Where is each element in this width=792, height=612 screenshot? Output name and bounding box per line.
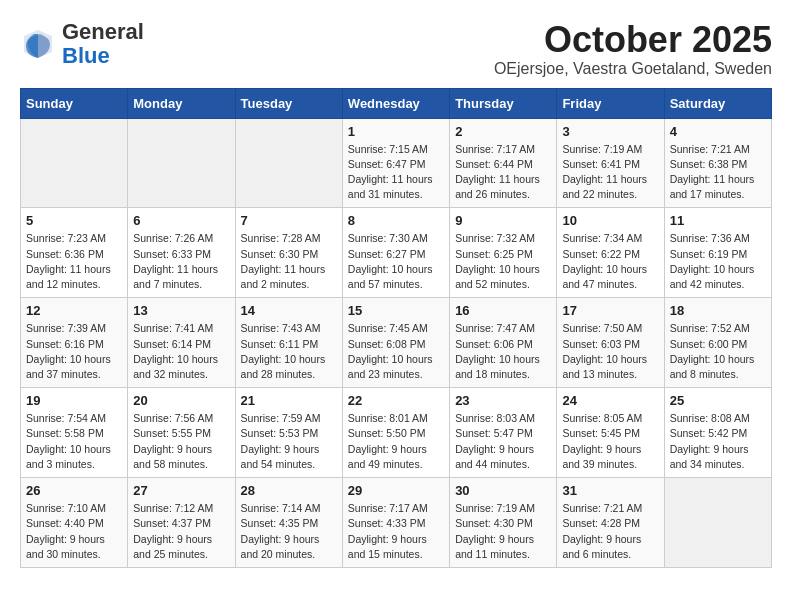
day-cell: 12Sunrise: 7:39 AM Sunset: 6:16 PM Dayli… [21, 298, 128, 388]
day-cell: 5Sunrise: 7:23 AM Sunset: 6:36 PM Daylig… [21, 208, 128, 298]
day-number: 29 [348, 483, 444, 498]
day-number: 21 [241, 393, 337, 408]
day-cell: 3Sunrise: 7:19 AM Sunset: 6:41 PM Daylig… [557, 118, 664, 208]
day-number: 5 [26, 213, 122, 228]
logo-general-text: General [62, 19, 144, 44]
day-info: Sunrise: 7:36 AM Sunset: 6:19 PM Dayligh… [670, 231, 766, 292]
week-row-3: 12Sunrise: 7:39 AM Sunset: 6:16 PM Dayli… [21, 298, 772, 388]
day-number: 2 [455, 124, 551, 139]
week-row-4: 19Sunrise: 7:54 AM Sunset: 5:58 PM Dayli… [21, 388, 772, 478]
day-info: Sunrise: 7:26 AM Sunset: 6:33 PM Dayligh… [133, 231, 229, 292]
day-cell: 28Sunrise: 7:14 AM Sunset: 4:35 PM Dayli… [235, 478, 342, 568]
logo-icon [20, 26, 56, 62]
title-block: October 2025 OEjersjoe, Vaestra Goetalan… [494, 20, 772, 78]
day-info: Sunrise: 7:43 AM Sunset: 6:11 PM Dayligh… [241, 321, 337, 382]
day-info: Sunrise: 7:59 AM Sunset: 5:53 PM Dayligh… [241, 411, 337, 472]
day-info: Sunrise: 7:34 AM Sunset: 6:22 PM Dayligh… [562, 231, 658, 292]
day-cell: 25Sunrise: 8:08 AM Sunset: 5:42 PM Dayli… [664, 388, 771, 478]
day-info: Sunrise: 7:17 AM Sunset: 6:44 PM Dayligh… [455, 142, 551, 203]
day-info: Sunrise: 7:23 AM Sunset: 6:36 PM Dayligh… [26, 231, 122, 292]
day-number: 17 [562, 303, 658, 318]
day-info: Sunrise: 7:19 AM Sunset: 6:41 PM Dayligh… [562, 142, 658, 203]
day-info: Sunrise: 7:47 AM Sunset: 6:06 PM Dayligh… [455, 321, 551, 382]
day-cell: 21Sunrise: 7:59 AM Sunset: 5:53 PM Dayli… [235, 388, 342, 478]
location: OEjersjoe, Vaestra Goetaland, Sweden [494, 60, 772, 78]
day-info: Sunrise: 7:45 AM Sunset: 6:08 PM Dayligh… [348, 321, 444, 382]
day-info: Sunrise: 7:17 AM Sunset: 4:33 PM Dayligh… [348, 501, 444, 562]
day-info: Sunrise: 7:30 AM Sunset: 6:27 PM Dayligh… [348, 231, 444, 292]
logo-blue-text: Blue [62, 43, 110, 68]
day-cell: 13Sunrise: 7:41 AM Sunset: 6:14 PM Dayli… [128, 298, 235, 388]
day-cell: 15Sunrise: 7:45 AM Sunset: 6:08 PM Dayli… [342, 298, 449, 388]
header-cell-monday: Monday [128, 88, 235, 118]
month-title: October 2025 [494, 20, 772, 60]
week-row-1: 1Sunrise: 7:15 AM Sunset: 6:47 PM Daylig… [21, 118, 772, 208]
day-cell: 6Sunrise: 7:26 AM Sunset: 6:33 PM Daylig… [128, 208, 235, 298]
day-cell: 20Sunrise: 7:56 AM Sunset: 5:55 PM Dayli… [128, 388, 235, 478]
day-info: Sunrise: 8:08 AM Sunset: 5:42 PM Dayligh… [670, 411, 766, 472]
day-cell: 24Sunrise: 8:05 AM Sunset: 5:45 PM Dayli… [557, 388, 664, 478]
day-cell: 4Sunrise: 7:21 AM Sunset: 6:38 PM Daylig… [664, 118, 771, 208]
day-number: 13 [133, 303, 229, 318]
day-number: 6 [133, 213, 229, 228]
day-info: Sunrise: 7:15 AM Sunset: 6:47 PM Dayligh… [348, 142, 444, 203]
header-cell-saturday: Saturday [664, 88, 771, 118]
day-number: 7 [241, 213, 337, 228]
day-number: 11 [670, 213, 766, 228]
day-number: 15 [348, 303, 444, 318]
calendar-body: 1Sunrise: 7:15 AM Sunset: 6:47 PM Daylig… [21, 118, 772, 567]
header-cell-thursday: Thursday [450, 88, 557, 118]
day-cell: 22Sunrise: 8:01 AM Sunset: 5:50 PM Dayli… [342, 388, 449, 478]
day-cell: 27Sunrise: 7:12 AM Sunset: 4:37 PM Dayli… [128, 478, 235, 568]
day-number: 26 [26, 483, 122, 498]
day-cell: 2Sunrise: 7:17 AM Sunset: 6:44 PM Daylig… [450, 118, 557, 208]
day-cell: 9Sunrise: 7:32 AM Sunset: 6:25 PM Daylig… [450, 208, 557, 298]
day-info: Sunrise: 7:41 AM Sunset: 6:14 PM Dayligh… [133, 321, 229, 382]
day-cell: 17Sunrise: 7:50 AM Sunset: 6:03 PM Dayli… [557, 298, 664, 388]
header-cell-sunday: Sunday [21, 88, 128, 118]
day-number: 1 [348, 124, 444, 139]
day-number: 18 [670, 303, 766, 318]
day-cell [21, 118, 128, 208]
day-info: Sunrise: 7:52 AM Sunset: 6:00 PM Dayligh… [670, 321, 766, 382]
calendar-header-row: SundayMondayTuesdayWednesdayThursdayFrid… [21, 88, 772, 118]
day-number: 12 [26, 303, 122, 318]
header-cell-tuesday: Tuesday [235, 88, 342, 118]
header-cell-friday: Friday [557, 88, 664, 118]
day-number: 27 [133, 483, 229, 498]
day-cell: 19Sunrise: 7:54 AM Sunset: 5:58 PM Dayli… [21, 388, 128, 478]
day-number: 24 [562, 393, 658, 408]
day-info: Sunrise: 7:12 AM Sunset: 4:37 PM Dayligh… [133, 501, 229, 562]
day-number: 30 [455, 483, 551, 498]
day-cell: 16Sunrise: 7:47 AM Sunset: 6:06 PM Dayli… [450, 298, 557, 388]
day-number: 25 [670, 393, 766, 408]
day-info: Sunrise: 7:14 AM Sunset: 4:35 PM Dayligh… [241, 501, 337, 562]
day-cell: 11Sunrise: 7:36 AM Sunset: 6:19 PM Dayli… [664, 208, 771, 298]
day-info: Sunrise: 8:03 AM Sunset: 5:47 PM Dayligh… [455, 411, 551, 472]
day-number: 4 [670, 124, 766, 139]
week-row-5: 26Sunrise: 7:10 AM Sunset: 4:40 PM Dayli… [21, 478, 772, 568]
day-cell: 1Sunrise: 7:15 AM Sunset: 6:47 PM Daylig… [342, 118, 449, 208]
day-number: 22 [348, 393, 444, 408]
day-info: Sunrise: 7:50 AM Sunset: 6:03 PM Dayligh… [562, 321, 658, 382]
day-cell: 23Sunrise: 8:03 AM Sunset: 5:47 PM Dayli… [450, 388, 557, 478]
day-cell: 14Sunrise: 7:43 AM Sunset: 6:11 PM Dayli… [235, 298, 342, 388]
day-info: Sunrise: 7:28 AM Sunset: 6:30 PM Dayligh… [241, 231, 337, 292]
day-number: 16 [455, 303, 551, 318]
day-number: 14 [241, 303, 337, 318]
day-number: 23 [455, 393, 551, 408]
day-info: Sunrise: 8:01 AM Sunset: 5:50 PM Dayligh… [348, 411, 444, 472]
logo: General Blue [20, 20, 144, 68]
day-cell [128, 118, 235, 208]
calendar-table: SundayMondayTuesdayWednesdayThursdayFrid… [20, 88, 772, 568]
day-number: 9 [455, 213, 551, 228]
week-row-2: 5Sunrise: 7:23 AM Sunset: 6:36 PM Daylig… [21, 208, 772, 298]
day-info: Sunrise: 7:56 AM Sunset: 5:55 PM Dayligh… [133, 411, 229, 472]
day-number: 28 [241, 483, 337, 498]
day-cell: 7Sunrise: 7:28 AM Sunset: 6:30 PM Daylig… [235, 208, 342, 298]
day-number: 8 [348, 213, 444, 228]
day-cell: 10Sunrise: 7:34 AM Sunset: 6:22 PM Dayli… [557, 208, 664, 298]
day-info: Sunrise: 8:05 AM Sunset: 5:45 PM Dayligh… [562, 411, 658, 472]
day-cell: 29Sunrise: 7:17 AM Sunset: 4:33 PM Dayli… [342, 478, 449, 568]
day-cell [664, 478, 771, 568]
